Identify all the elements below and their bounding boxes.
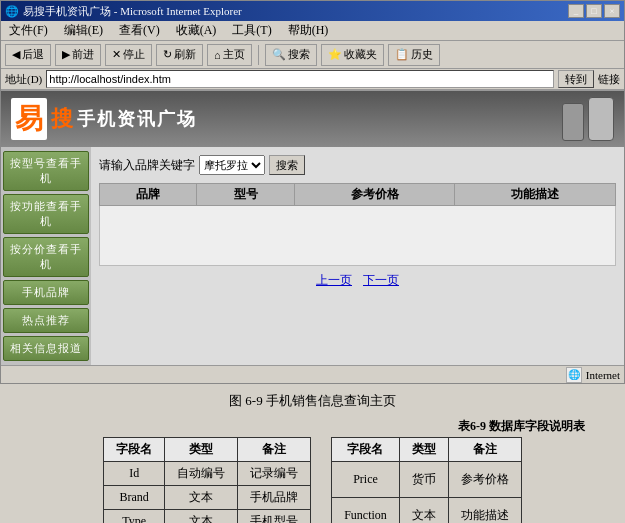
minimize-button[interactable]: _ bbox=[568, 4, 584, 18]
note-type: 手机型号 bbox=[238, 510, 311, 524]
internet-icon: 🌐 bbox=[566, 367, 582, 383]
search-prompt-label: 请输入品牌关键字 bbox=[99, 157, 195, 174]
menu-help[interactable]: 帮助(H) bbox=[284, 22, 333, 39]
db-table-1: 字段名 类型 备注 Id 自动编号 记录编号 Brand 文本 手机品牌 Typ… bbox=[103, 437, 311, 523]
logo-sou: 搜 bbox=[51, 104, 73, 134]
search-button[interactable]: 🔍 搜索 bbox=[265, 44, 317, 66]
table-row: Brand 文本 手机品牌 bbox=[104, 486, 311, 510]
go-button[interactable]: 转到 bbox=[558, 70, 594, 88]
db-table1-header-note: 备注 bbox=[238, 438, 311, 462]
close-button[interactable]: × bbox=[604, 4, 620, 18]
note-id: 记录编号 bbox=[238, 462, 311, 486]
logo-text: 手机资讯广场 bbox=[77, 107, 197, 131]
menu-view[interactable]: 查看(V) bbox=[115, 22, 164, 39]
stop-button[interactable]: ✕ 停止 bbox=[105, 44, 152, 66]
note-price: 参考价格 bbox=[448, 462, 521, 498]
history-button[interactable]: 📋 历史 bbox=[388, 44, 440, 66]
sidebar-btn-news[interactable]: 相关信息报道 bbox=[3, 336, 89, 361]
type-function: 文本 bbox=[399, 498, 448, 524]
browser-content: 易 搜 手机资讯广场 按型号查看手机 按功能查看手机 按分价查看手机 手机品牌 … bbox=[1, 91, 624, 365]
status-text: Internet bbox=[586, 369, 620, 381]
table-row: Price 货币 参考价格 bbox=[332, 462, 522, 498]
table-row: Type 文本 手机型号 bbox=[104, 510, 311, 524]
sidebar: 按型号查看手机 按功能查看手机 按分价查看手机 手机品牌 热点推荐 相关信息报道 bbox=[1, 147, 91, 365]
site-logo: 易 搜 手机资讯广场 bbox=[11, 98, 197, 140]
menu-bar: 文件(F) 编辑(E) 查看(V) 收藏(A) 工具(T) 帮助(H) bbox=[1, 21, 624, 41]
header-phones bbox=[562, 97, 614, 141]
note-brand: 手机品牌 bbox=[238, 486, 311, 510]
note-function: 功能描述 bbox=[448, 498, 521, 524]
address-label: 地址(D) bbox=[5, 72, 42, 87]
field-id: Id bbox=[104, 462, 165, 486]
db-table2-header-field: 字段名 bbox=[332, 438, 400, 462]
sidebar-btn-price[interactable]: 按分价查看手机 bbox=[3, 237, 89, 277]
refresh-button[interactable]: ↻ 刷新 bbox=[156, 44, 203, 66]
favorites-button[interactable]: ⭐ 收藏夹 bbox=[321, 44, 384, 66]
back-button[interactable]: ◀ 后退 bbox=[5, 44, 51, 66]
search-bar: 请输入品牌关键字 摩托罗拉 搜索 bbox=[99, 155, 616, 175]
db-table-2: 字段名 类型 备注 Price 货币 参考价格 Function 文本 功能描述 bbox=[331, 437, 522, 523]
search-dropdown[interactable]: 摩托罗拉 bbox=[199, 155, 265, 175]
db-table2-header-note: 备注 bbox=[448, 438, 521, 462]
site-body: 按型号查看手机 按功能查看手机 按分价查看手机 手机品牌 热点推荐 相关信息报道… bbox=[1, 147, 624, 365]
tables-wrapper: 字段名 类型 备注 Id 自动编号 记录编号 Brand 文本 手机品牌 Typ… bbox=[40, 437, 585, 523]
prev-page-link[interactable]: 上一页 bbox=[316, 273, 352, 287]
menu-favorites[interactable]: 收藏(A) bbox=[172, 22, 221, 39]
col-model: 型号 bbox=[197, 184, 294, 206]
table-row-empty bbox=[100, 206, 616, 266]
db-table1-header-type: 类型 bbox=[165, 438, 238, 462]
sidebar-btn-brand[interactable]: 手机品牌 bbox=[3, 280, 89, 305]
phone-image-2 bbox=[588, 97, 614, 141]
menu-file[interactable]: 文件(F) bbox=[5, 22, 52, 39]
caption-area: 图 6-9 手机销售信息查询主页 表6-9 数据库字段说明表 字段名 类型 备注… bbox=[0, 384, 625, 523]
title-bar: 🌐 易搜手机资讯广场 - Microsoft Internet Explorer… bbox=[1, 1, 624, 21]
field-type: Type bbox=[104, 510, 165, 524]
home-button[interactable]: ⌂ 主页 bbox=[207, 44, 252, 66]
address-input[interactable] bbox=[46, 70, 554, 88]
menu-tools[interactable]: 工具(T) bbox=[228, 22, 275, 39]
phone-image-1 bbox=[562, 103, 584, 141]
forward-button[interactable]: ▶ 前进 bbox=[55, 44, 101, 66]
table-row: Id 自动编号 记录编号 bbox=[104, 462, 311, 486]
browser-window: 🌐 易搜手机资讯广场 - Microsoft Internet Explorer… bbox=[0, 0, 625, 384]
field-brand: Brand bbox=[104, 486, 165, 510]
site-header: 易 搜 手机资讯广场 bbox=[1, 91, 624, 147]
field-price: Price bbox=[332, 462, 400, 498]
toolbar-separator bbox=[258, 45, 259, 65]
col-price: 参考价格 bbox=[294, 184, 455, 206]
type-type: 文本 bbox=[165, 510, 238, 524]
col-function: 功能描述 bbox=[455, 184, 616, 206]
field-function: Function bbox=[332, 498, 400, 524]
figure-caption: 图 6-9 手机销售信息查询主页 bbox=[40, 392, 585, 410]
sidebar-btn-function[interactable]: 按功能查看手机 bbox=[3, 194, 89, 234]
window-title: 易搜手机资讯广场 - Microsoft Internet Explorer bbox=[23, 4, 242, 19]
search-submit-button[interactable]: 搜索 bbox=[269, 155, 305, 175]
db-table-title: 表6-9 数据库字段说明表 bbox=[40, 418, 585, 435]
browser-icon: 🌐 bbox=[5, 5, 19, 18]
db-table2-header-type: 类型 bbox=[399, 438, 448, 462]
db-table1-header-field: 字段名 bbox=[104, 438, 165, 462]
title-bar-buttons: _ □ × bbox=[568, 4, 620, 18]
logo-yi: 易 bbox=[11, 98, 47, 140]
menu-edit[interactable]: 编辑(E) bbox=[60, 22, 107, 39]
type-price: 货币 bbox=[399, 462, 448, 498]
type-id: 自动编号 bbox=[165, 462, 238, 486]
maximize-button[interactable]: □ bbox=[586, 4, 602, 18]
address-bar: 地址(D) 转到 链接 bbox=[1, 69, 624, 91]
main-content: 请输入品牌关键字 摩托罗拉 搜索 品牌 型号 参考价格 功能描述 bbox=[91, 147, 624, 365]
sidebar-btn-model[interactable]: 按型号查看手机 bbox=[3, 151, 89, 191]
status-bar: 🌐 Internet bbox=[1, 365, 624, 383]
col-brand: 品牌 bbox=[100, 184, 197, 206]
table-row: Function 文本 功能描述 bbox=[332, 498, 522, 524]
links-label: 链接 bbox=[598, 72, 620, 87]
type-brand: 文本 bbox=[165, 486, 238, 510]
results-table: 品牌 型号 参考价格 功能描述 bbox=[99, 183, 616, 266]
pagination: 上一页 下一页 bbox=[99, 272, 616, 289]
toolbar: ◀ 后退 ▶ 前进 ✕ 停止 ↻ 刷新 ⌂ 主页 🔍 搜索 ⭐ 收藏夹 📋 历史 bbox=[1, 41, 624, 69]
next-page-link[interactable]: 下一页 bbox=[363, 273, 399, 287]
sidebar-btn-hot[interactable]: 热点推荐 bbox=[3, 308, 89, 333]
title-bar-text: 🌐 易搜手机资讯广场 - Microsoft Internet Explorer bbox=[5, 4, 242, 19]
